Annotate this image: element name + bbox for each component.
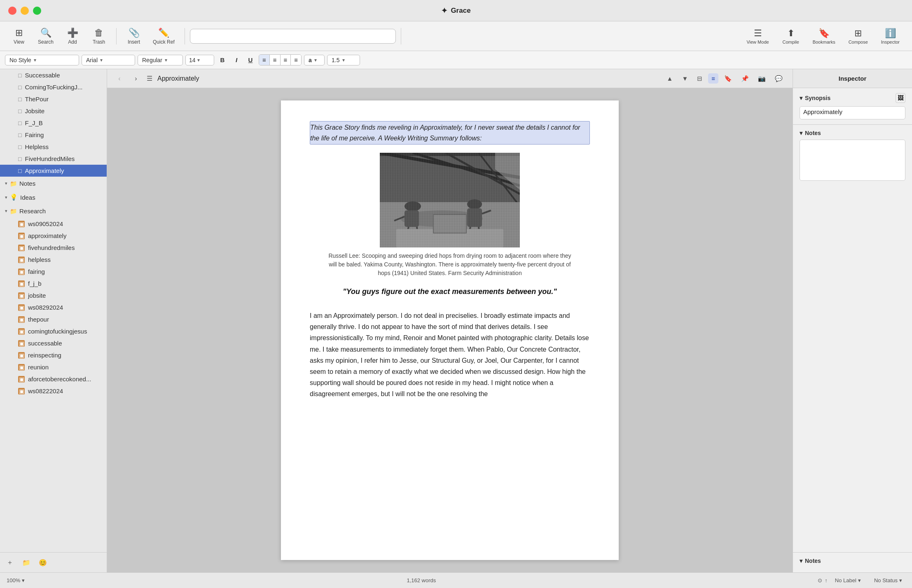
close-button[interactable]	[8, 7, 16, 15]
bookmarks-button[interactable]: 🔖 Bookmarks	[807, 26, 841, 47]
insert-icon: 📎	[129, 28, 140, 38]
doc-header-view-text[interactable]: ≡	[708, 73, 718, 84]
minimize-button[interactable]	[21, 7, 29, 15]
svg-line-4	[446, 153, 520, 194]
inspector-notes-area[interactable]	[800, 140, 905, 181]
italic-button[interactable]: I	[231, 55, 242, 65]
sidebar-item-fivehundredmiles-img[interactable]: ▣ fivehundredmiles	[0, 242, 107, 254]
sidebar-item-comingtofuckingjesus[interactable]: ▣ comingtofuckingjesus	[0, 325, 107, 337]
sidebar-item-ws09052024[interactable]: ▣ ws09052024	[0, 218, 107, 230]
sidebar-ideas-header[interactable]: ▾ 💡 Ideas	[0, 190, 107, 204]
view-icon: ⊞	[15, 28, 23, 38]
sidebar-item-approximately[interactable]: □ Approximately	[0, 165, 107, 177]
note-icon: □	[18, 84, 21, 91]
doc-header: ‹ › ☰ Approximately ▲ ▼ ⊟ ≡ 🔖 📌 📷 💬	[107, 69, 793, 88]
inspector-synopsis-value[interactable]: Approximately	[800, 106, 905, 119]
maximize-button[interactable]	[33, 7, 41, 15]
compose-button[interactable]: ⊞ Compose	[843, 26, 874, 47]
quickref-button[interactable]: ✏️ Quick Ref	[148, 25, 180, 47]
doc-header-pin[interactable]: 📌	[738, 73, 752, 84]
inspector-bottom-notes-header[interactable]: ▾ Notes	[800, 558, 905, 564]
sidebar-item-approximately-img[interactable]: ▣ approximately	[0, 230, 107, 242]
color-select-arrow: ▾	[314, 57, 317, 63]
add-folder-button[interactable]: 📁	[20, 556, 33, 569]
no-label-select[interactable]: No Label ▾	[832, 576, 864, 585]
word-count: 1,162 words	[29, 577, 814, 583]
sidebar-research-header[interactable]: ▾ 📁 Research	[0, 204, 107, 218]
sidebar-item-fairing[interactable]: □ Fairing	[0, 129, 107, 141]
inspector-notes-header[interactable]: ▾ Notes	[800, 130, 905, 136]
sidebar-item-ws08222024[interactable]: ▣ ws08222024	[0, 385, 107, 397]
size-select[interactable]: 14 ▾	[185, 55, 214, 65]
sidebar-item-fivehundredmiles[interactable]: □ FiveHundredMiles	[0, 153, 107, 165]
nav-back-button[interactable]: ‹	[114, 73, 125, 84]
sidebar-item-successable-img[interactable]: ▣ successable	[0, 337, 107, 349]
nav-forward-button[interactable]: ›	[130, 73, 142, 84]
add-button[interactable]: ➕ Add	[60, 25, 85, 47]
doc-header-bookmark[interactable]: 🔖	[721, 73, 735, 84]
sidebar-item-thepour[interactable]: □ ThePour	[0, 93, 107, 105]
sidebar-notes-header[interactable]: ▾ 📁 Notes	[0, 177, 107, 190]
zoom-control[interactable]: 100% ▾	[7, 577, 25, 583]
sidebar-item-reinspecting[interactable]: ▣ reinspecting	[0, 349, 107, 361]
doc-scroll[interactable]: This Grace Story finds me reveling in Ap…	[107, 88, 793, 572]
align-justify-button[interactable]: ≡	[291, 55, 301, 65]
compile-button[interactable]: ⬆ Compile	[776, 26, 805, 47]
no-status-select[interactable]: No Status ▾	[871, 576, 905, 585]
add-doc-button[interactable]: ＋	[3, 556, 16, 569]
svg-line-17	[482, 210, 491, 214]
search-button[interactable]: 🔍 Search	[33, 25, 58, 47]
sidebar-item-fjb-img[interactable]: ▣ f_j_b	[0, 278, 107, 289]
image-icon: ▣	[18, 221, 25, 227]
image-icon: ▣	[18, 245, 25, 251]
align-left-button[interactable]: ≡	[259, 55, 270, 65]
sidebar-item-ws08292024[interactable]: ▣ ws08292024	[0, 301, 107, 313]
doc-header-snapshot[interactable]: 📷	[755, 73, 769, 84]
doc-header-expand-down[interactable]: ▼	[678, 73, 691, 84]
sidebar-item-comingtofuckingj[interactable]: □ ComingToFuckingJ...	[0, 81, 107, 93]
toolbar-group-insert: 📎 Insert ✏️ Quick Ref	[122, 25, 180, 47]
view-mode-button[interactable]: ☰ View Mode	[741, 26, 774, 47]
doc-header-split[interactable]: ⊟	[694, 73, 706, 84]
sidebar-item-jobsite[interactable]: □ Jobsite	[0, 105, 107, 117]
svg-point-8	[405, 201, 421, 211]
sidebar-item-helpless-img[interactable]: ▣ helpless	[0, 254, 107, 266]
insert-button[interactable]: 📎 Insert	[122, 25, 146, 47]
note-icon: □	[18, 144, 21, 150]
sidebar-item-helpless[interactable]: □ Helpless	[0, 141, 107, 153]
color-select[interactable]: a ▾	[304, 55, 325, 65]
sidebar-item-aforcetoberecokoned[interactable]: ▣ aforcetoberecokoned...	[0, 373, 107, 385]
align-center-button[interactable]: ≡	[270, 55, 281, 65]
info-icon[interactable]: ↑	[825, 577, 828, 583]
sidebar-item-fairing-img[interactable]: ▣ fairing	[0, 266, 107, 278]
doc-header-expand-up[interactable]: ▲	[664, 73, 676, 84]
doc-header-comment[interactable]: 💬	[772, 73, 786, 84]
underline-button[interactable]: U	[245, 55, 256, 65]
emoji-button[interactable]: 😊	[36, 556, 49, 569]
sidebar-item-thepour-img[interactable]: ▣ thepour	[0, 313, 107, 325]
style-select[interactable]: No Style ▾	[5, 55, 79, 65]
traffic-lights	[8, 7, 41, 15]
sidebar-item-fjb[interactable]: □ F_J_B	[0, 117, 107, 129]
font-select-arrow: ▾	[100, 57, 103, 63]
line-spacing-select[interactable]: 1.5 ▾	[327, 55, 360, 65]
svg-point-7	[400, 210, 483, 227]
bold-button[interactable]: B	[217, 55, 228, 65]
align-right-button[interactable]: ≡	[281, 55, 291, 65]
search-icon: 🔍	[40, 28, 51, 38]
target-icon[interactable]: ⊙	[818, 577, 822, 583]
font-select[interactable]: Arial ▾	[82, 55, 135, 65]
inspector-synopsis-header[interactable]: ▾ Synopsis 🖼	[800, 93, 905, 103]
weight-select[interactable]: Regular ▾	[138, 55, 183, 65]
inspector-button[interactable]: ℹ️ Inspector	[875, 26, 905, 47]
no-status-arrow: ▾	[899, 577, 902, 583]
trash-button[interactable]: 🗑 Trash	[87, 25, 111, 47]
svg-line-11	[417, 227, 418, 235]
sidebar-item-successable[interactable]: □ Successable	[0, 69, 107, 81]
sidebar-item-reunion[interactable]: ▣ reunion	[0, 361, 107, 373]
view-button[interactable]: ⊞ View	[7, 25, 31, 47]
synopsis-image-button[interactable]: 🖼	[896, 93, 905, 103]
sidebar-item-jobsite-img[interactable]: ▣ jobsite	[0, 289, 107, 301]
notes-section-label: Notes	[805, 130, 821, 136]
search-bar[interactable]: Approximately	[190, 29, 396, 44]
